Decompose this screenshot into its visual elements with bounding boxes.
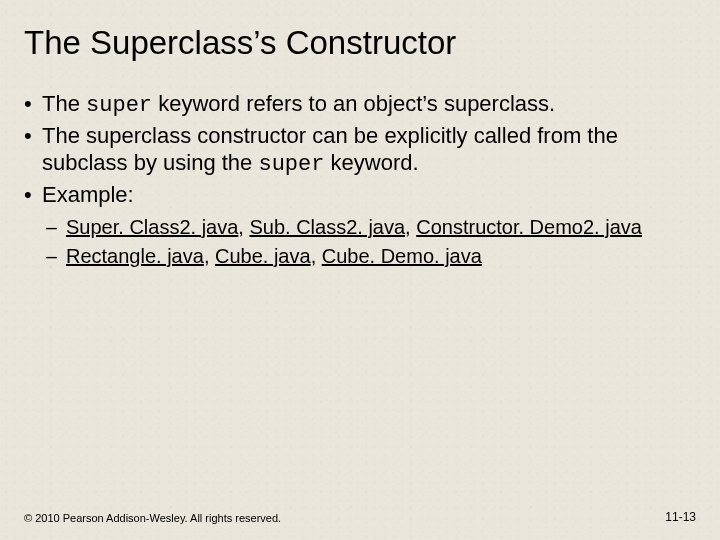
bullet-text-pre: Example: bbox=[42, 182, 134, 207]
file-link[interactable]: Sub. Class2. java bbox=[249, 216, 405, 238]
sub-item: Rectangle. java, Cube. java, Cube. Demo.… bbox=[66, 243, 696, 270]
bullet-text-post: keyword refers to an object’s superclass… bbox=[152, 91, 555, 116]
separator: , bbox=[204, 245, 215, 267]
copyright-text: © 2010 Pearson Addison-Wesley. All right… bbox=[24, 512, 281, 524]
sub-item: Super. Class2. java, Sub. Class2. java, … bbox=[66, 214, 696, 241]
file-link[interactable]: Cube. java bbox=[215, 245, 311, 267]
bullet-text-post: keyword. bbox=[324, 150, 418, 175]
bullet-item: Example: Super. Class2. java, Sub. Class… bbox=[42, 181, 696, 271]
keyword-super: super bbox=[86, 93, 152, 118]
file-link[interactable]: Rectangle. java bbox=[66, 245, 204, 267]
slide-title: The Superclass’s Constructor bbox=[24, 24, 696, 62]
separator: , bbox=[311, 245, 322, 267]
page-number: 11-13 bbox=[665, 510, 696, 524]
bullet-text-pre: The bbox=[42, 91, 86, 116]
file-link[interactable]: Super. Class2. java bbox=[66, 216, 238, 238]
slide: The Superclass’s Constructor The super k… bbox=[0, 0, 720, 540]
file-link[interactable]: Constructor. Demo2. java bbox=[416, 216, 642, 238]
bullet-item: The superclass constructor can be explic… bbox=[42, 122, 696, 179]
separator: , bbox=[405, 216, 416, 238]
file-link[interactable]: Cube. Demo. java bbox=[322, 245, 482, 267]
bullet-item: The super keyword refers to an object’s … bbox=[42, 90, 696, 120]
keyword-super: super bbox=[258, 152, 324, 177]
bullet-list: The super keyword refers to an object’s … bbox=[24, 90, 696, 270]
sub-list: Super. Class2. java, Sub. Class2. java, … bbox=[42, 214, 696, 270]
separator: , bbox=[238, 216, 249, 238]
